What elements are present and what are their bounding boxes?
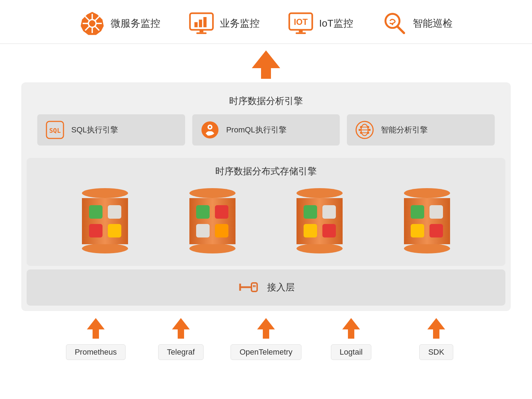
iot-monitor-icon: IOT	[288, 11, 314, 36]
sql-engine-card: SQL SQL执行引擎	[37, 114, 185, 146]
cell-red-1	[89, 224, 102, 237]
svg-rect-11	[194, 22, 198, 27]
cell-white-1	[108, 205, 121, 219]
db-bottom-2	[189, 244, 235, 253]
helm-icon	[79, 11, 105, 36]
cell-white-3	[322, 205, 336, 219]
svg-point-24	[201, 121, 218, 138]
top-bar: 微服务监控 业务监控 IOT IoT监控 智能巡检	[0, 0, 532, 44]
smartpatrol-label: 智能巡检	[413, 17, 453, 30]
logtail-label: Logtail	[331, 344, 372, 360]
arrow-up-telegraf	[172, 318, 190, 339]
svg-rect-40	[251, 283, 257, 291]
svg-rect-18	[299, 30, 303, 32]
db-body-2	[189, 198, 235, 244]
arrow-up-sdk	[427, 318, 445, 339]
svg-rect-13	[203, 17, 206, 27]
arrow-head	[252, 50, 280, 68]
promql-icon	[201, 121, 219, 139]
svg-text:SQL: SQL	[49, 127, 61, 134]
access-layer-section: 接入层	[27, 269, 505, 306]
db-top-1	[82, 188, 128, 198]
db-2	[189, 188, 235, 253]
arrow-up-opentelemetry	[257, 318, 275, 339]
db-body-4	[404, 198, 450, 244]
ai-engine-card: 智能分析引擎	[347, 114, 495, 146]
svg-rect-14	[199, 30, 203, 32]
arrow-tail	[261, 68, 271, 79]
svg-text:IOT: IOT	[294, 17, 308, 27]
iot-label: IoT监控	[319, 17, 353, 30]
center-arrow-wrap	[0, 44, 532, 82]
db-body-3	[297, 198, 343, 244]
cell-red-4	[430, 224, 443, 237]
cell-green-1	[89, 205, 102, 219]
db-3	[297, 188, 343, 253]
engine-cards: SQL SQL执行引擎 PromQL执行引擎	[37, 114, 495, 146]
bottom-sources: Prometheus Telegraf OpenTelemetry Logtai…	[0, 311, 532, 371]
top-item-business: 业务监控	[189, 11, 260, 36]
storage-engine-title: 时序数据分布式存储引擎	[37, 165, 495, 177]
db-icons-row	[37, 185, 495, 257]
source-sdk: SDK	[394, 318, 479, 360]
business-label: 业务监控	[220, 17, 260, 30]
connector-icon	[237, 277, 259, 298]
db-body-1	[82, 198, 128, 244]
analysis-engine-title: 时序数据分析引擎	[37, 95, 495, 107]
promql-engine-card: PromQL执行引擎	[192, 114, 340, 146]
db-top-2	[189, 188, 235, 198]
svg-rect-12	[199, 20, 202, 27]
db-bottom-1	[82, 244, 128, 253]
svg-rect-19	[295, 32, 306, 34]
source-prometheus: Prometheus	[53, 318, 138, 360]
db-top-3	[297, 188, 343, 198]
cell-green-4	[411, 205, 424, 219]
smart-patrol-icon	[382, 11, 407, 36]
access-layer-label: 接入层	[267, 281, 295, 294]
db-bottom-3	[297, 244, 343, 253]
cell-white-2	[196, 224, 210, 237]
cell-green-3	[304, 205, 317, 219]
db-top-4	[404, 188, 450, 198]
source-telegraf: Telegraf	[138, 318, 223, 360]
svg-point-21	[392, 23, 394, 25]
db-4	[404, 188, 450, 253]
ai-icon	[355, 121, 374, 139]
cell-yellow-1	[108, 224, 121, 237]
analysis-engine-section: 时序数据分析引擎 SQL SQL执行引擎 PromQL执行引擎	[27, 88, 505, 154]
source-opentelemetry: OpenTelemetry	[223, 318, 309, 360]
promql-engine-label: PromQL执行引擎	[226, 125, 287, 135]
cell-white-4	[430, 205, 443, 219]
top-item-smartpatrol: 智能巡检	[382, 11, 453, 36]
sql-icon: SQL	[46, 121, 64, 139]
bar-chart-monitor-icon	[189, 11, 214, 36]
cell-red-2	[215, 205, 228, 219]
svg-rect-15	[196, 32, 206, 34]
storage-engine-section: 时序数据分布式存储引擎	[27, 158, 505, 266]
top-item-iot: IOT IoT监控	[288, 11, 353, 36]
prometheus-label: Prometheus	[66, 344, 126, 360]
center-up-arrow	[252, 50, 280, 79]
cell-orange-2	[215, 224, 228, 237]
opentelemetry-label: OpenTelemetry	[231, 344, 301, 360]
telegraf-label: Telegraf	[158, 344, 204, 360]
svg-point-26	[209, 126, 211, 128]
arrow-up-prometheus	[87, 318, 105, 339]
main-architecture: 时序数据分析引擎 SQL SQL执行引擎 PromQL执行引擎	[21, 82, 511, 311]
arrow-up-logtail	[342, 318, 360, 339]
source-logtail: Logtail	[309, 318, 394, 360]
ai-engine-label: 智能分析引擎	[381, 125, 428, 135]
cell-green-2	[196, 205, 210, 219]
cell-yellow-4	[411, 224, 424, 237]
cell-red-3	[322, 224, 336, 237]
cell-yellow-3	[304, 224, 317, 237]
sql-engine-label: SQL执行引擎	[71, 125, 118, 135]
sdk-label: SDK	[419, 344, 453, 360]
db-1	[82, 188, 128, 253]
microservice-label: 微服务监控	[111, 17, 160, 30]
top-item-microservice: 微服务监控	[79, 11, 160, 36]
db-bottom-4	[404, 244, 450, 253]
